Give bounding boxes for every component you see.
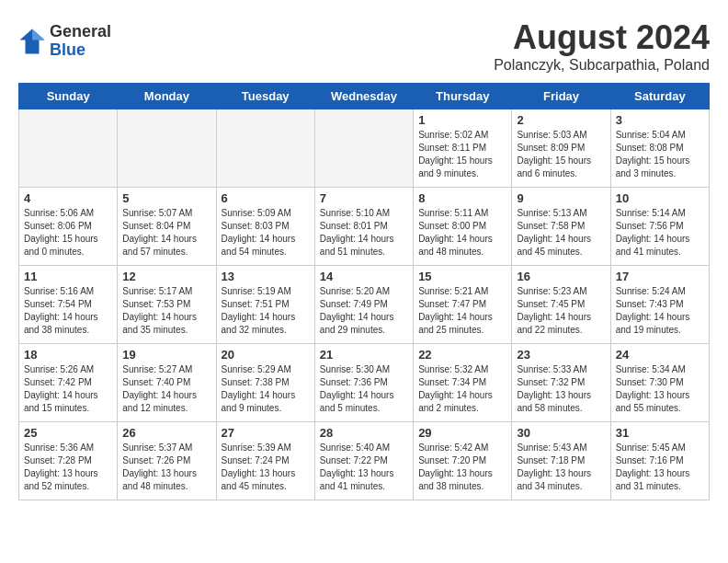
col-monday: Monday	[118, 84, 216, 109]
calendar-cell: 8Sunrise: 5:11 AMSunset: 8:00 PMDaylight…	[414, 188, 512, 266]
day-number: 13	[222, 270, 310, 283]
day-number: 24	[616, 348, 704, 362]
day-number: 14	[320, 270, 408, 283]
calendar-cell: 1Sunrise: 5:02 AMSunset: 8:11 PMDaylight…	[414, 109, 512, 188]
col-thursday: Thursday	[414, 84, 512, 109]
day-info: Sunrise: 5:17 AMSunset: 7:53 PMDaylight:…	[122, 285, 210, 337]
day-info: Sunrise: 5:13 AMSunset: 7:58 PMDaylight:…	[517, 207, 605, 259]
day-info: Sunrise: 5:27 AMSunset: 7:40 PMDaylight:…	[122, 363, 210, 415]
calendar-cell: 26Sunrise: 5:37 AMSunset: 7:26 PMDayligh…	[118, 422, 216, 500]
day-number: 31	[616, 426, 704, 440]
calendar-header: Sunday Monday Tuesday Wednesday Thursday…	[19, 84, 710, 109]
day-info: Sunrise: 5:14 AMSunset: 7:56 PMDaylight:…	[616, 207, 704, 259]
col-sunday: Sunday	[19, 84, 118, 109]
calendar-cell: 28Sunrise: 5:40 AMSunset: 7:22 PMDayligh…	[314, 422, 413, 500]
calendar-cell: 24Sunrise: 5:34 AMSunset: 7:30 PMDayligh…	[610, 344, 709, 422]
day-info: Sunrise: 5:36 AMSunset: 7:28 PMDaylight:…	[24, 442, 112, 493]
day-info: Sunrise: 5:39 AMSunset: 7:24 PMDaylight:…	[222, 442, 310, 493]
day-number: 23	[517, 348, 605, 362]
calendar-cell	[19, 109, 118, 188]
day-info: Sunrise: 5:21 AMSunset: 7:47 PMDaylight:…	[418, 285, 506, 337]
calendar-body: 1Sunrise: 5:02 AMSunset: 8:11 PMDaylight…	[19, 109, 710, 500]
calendar-cell: 25Sunrise: 5:36 AMSunset: 7:28 PMDayligh…	[19, 422, 118, 500]
day-number: 17	[616, 270, 704, 283]
day-number: 29	[418, 426, 506, 440]
day-number: 19	[122, 348, 210, 362]
calendar-cell	[216, 109, 314, 188]
day-info: Sunrise: 5:30 AMSunset: 7:36 PMDaylight:…	[320, 363, 408, 415]
calendar-cell: 15Sunrise: 5:21 AMSunset: 7:47 PMDayligh…	[414, 266, 512, 344]
day-number: 7	[320, 191, 408, 205]
calendar-cell: 14Sunrise: 5:20 AMSunset: 7:49 PMDayligh…	[314, 266, 413, 344]
day-number: 9	[517, 191, 605, 205]
calendar-cell: 31Sunrise: 5:45 AMSunset: 7:16 PMDayligh…	[610, 422, 709, 500]
calendar-cell: 16Sunrise: 5:23 AMSunset: 7:45 PMDayligh…	[512, 266, 610, 344]
day-info: Sunrise: 5:37 AMSunset: 7:26 PMDaylight:…	[122, 442, 210, 493]
calendar-cell: 20Sunrise: 5:29 AMSunset: 7:38 PMDayligh…	[216, 344, 314, 422]
day-info: Sunrise: 5:33 AMSunset: 7:32 PMDaylight:…	[517, 363, 605, 415]
day-number: 25	[24, 426, 112, 440]
day-number: 18	[24, 348, 112, 362]
calendar-table: Sunday Monday Tuesday Wednesday Thursday…	[18, 83, 710, 500]
week-row-5: 25Sunrise: 5:36 AMSunset: 7:28 PMDayligh…	[19, 422, 710, 500]
day-info: Sunrise: 5:29 AMSunset: 7:38 PMDaylight:…	[222, 363, 310, 415]
title-section: August 2024 Polanczyk, Subcarpathia, Pol…	[494, 18, 710, 74]
day-info: Sunrise: 5:43 AMSunset: 7:18 PMDaylight:…	[517, 442, 605, 493]
month-title: August 2024	[494, 18, 710, 57]
calendar-cell: 3Sunrise: 5:04 AMSunset: 8:08 PMDaylight…	[610, 109, 709, 188]
calendar-cell: 13Sunrise: 5:19 AMSunset: 7:51 PMDayligh…	[216, 266, 314, 344]
day-number: 10	[616, 191, 704, 205]
page-header: General Blue August 2024 Polanczyk, Subc…	[18, 18, 710, 74]
calendar-cell	[314, 109, 413, 188]
calendar-cell: 30Sunrise: 5:43 AMSunset: 7:18 PMDayligh…	[512, 422, 610, 500]
day-info: Sunrise: 5:04 AMSunset: 8:08 PMDaylight:…	[616, 129, 704, 180]
day-number: 27	[222, 426, 310, 440]
header-row: Sunday Monday Tuesday Wednesday Thursday…	[19, 84, 710, 109]
day-info: Sunrise: 5:07 AMSunset: 8:04 PMDaylight:…	[122, 207, 210, 259]
day-number: 2	[517, 113, 605, 127]
day-number: 16	[517, 270, 605, 283]
calendar-cell: 7Sunrise: 5:10 AMSunset: 8:01 PMDaylight…	[314, 188, 413, 266]
calendar-cell: 10Sunrise: 5:14 AMSunset: 7:56 PMDayligh…	[610, 188, 709, 266]
calendar-cell: 23Sunrise: 5:33 AMSunset: 7:32 PMDayligh…	[512, 344, 610, 422]
day-number: 15	[418, 270, 506, 283]
day-number: 5	[122, 191, 210, 205]
day-number: 22	[418, 348, 506, 362]
calendar-cell: 6Sunrise: 5:09 AMSunset: 8:03 PMDaylight…	[216, 188, 314, 266]
logo-blue: Blue	[50, 41, 111, 60]
location-subtitle: Polanczyk, Subcarpathia, Poland	[494, 57, 710, 74]
calendar-cell: 2Sunrise: 5:03 AMSunset: 8:09 PMDaylight…	[512, 109, 610, 188]
day-info: Sunrise: 5:26 AMSunset: 7:42 PMDaylight:…	[24, 363, 112, 415]
day-info: Sunrise: 5:10 AMSunset: 8:01 PMDaylight:…	[320, 207, 408, 259]
day-number: 8	[418, 191, 506, 205]
day-info: Sunrise: 5:32 AMSunset: 7:34 PMDaylight:…	[418, 363, 506, 415]
col-wednesday: Wednesday	[314, 84, 413, 109]
day-info: Sunrise: 5:11 AMSunset: 8:00 PMDaylight:…	[418, 207, 506, 259]
calendar-cell: 12Sunrise: 5:17 AMSunset: 7:53 PMDayligh…	[118, 266, 216, 344]
day-info: Sunrise: 5:40 AMSunset: 7:22 PMDaylight:…	[320, 442, 408, 493]
calendar-cell: 22Sunrise: 5:32 AMSunset: 7:34 PMDayligh…	[414, 344, 512, 422]
calendar-cell: 29Sunrise: 5:42 AMSunset: 7:20 PMDayligh…	[414, 422, 512, 500]
day-number: 28	[320, 426, 408, 440]
calendar-cell: 21Sunrise: 5:30 AMSunset: 7:36 PMDayligh…	[314, 344, 413, 422]
calendar-cell: 19Sunrise: 5:27 AMSunset: 7:40 PMDayligh…	[118, 344, 216, 422]
col-friday: Friday	[512, 84, 610, 109]
calendar-cell: 11Sunrise: 5:16 AMSunset: 7:54 PMDayligh…	[19, 266, 118, 344]
logo: General Blue	[18, 23, 111, 60]
day-info: Sunrise: 5:42 AMSunset: 7:20 PMDaylight:…	[418, 442, 506, 493]
logo-general: General	[50, 23, 111, 41]
day-number: 4	[24, 191, 112, 205]
logo-text: General Blue	[50, 23, 111, 60]
week-row-2: 4Sunrise: 5:06 AMSunset: 8:06 PMDaylight…	[19, 188, 710, 266]
col-saturday: Saturday	[610, 84, 709, 109]
day-number: 21	[320, 348, 408, 362]
day-info: Sunrise: 5:24 AMSunset: 7:43 PMDaylight:…	[616, 285, 704, 337]
calendar-cell: 9Sunrise: 5:13 AMSunset: 7:58 PMDaylight…	[512, 188, 610, 266]
calendar-cell: 18Sunrise: 5:26 AMSunset: 7:42 PMDayligh…	[19, 344, 118, 422]
day-number: 26	[122, 426, 210, 440]
calendar-cell: 27Sunrise: 5:39 AMSunset: 7:24 PMDayligh…	[216, 422, 314, 500]
day-number: 11	[24, 270, 112, 283]
day-info: Sunrise: 5:19 AMSunset: 7:51 PMDaylight:…	[222, 285, 310, 337]
day-number: 30	[517, 426, 605, 440]
day-info: Sunrise: 5:45 AMSunset: 7:16 PMDaylight:…	[616, 442, 704, 493]
